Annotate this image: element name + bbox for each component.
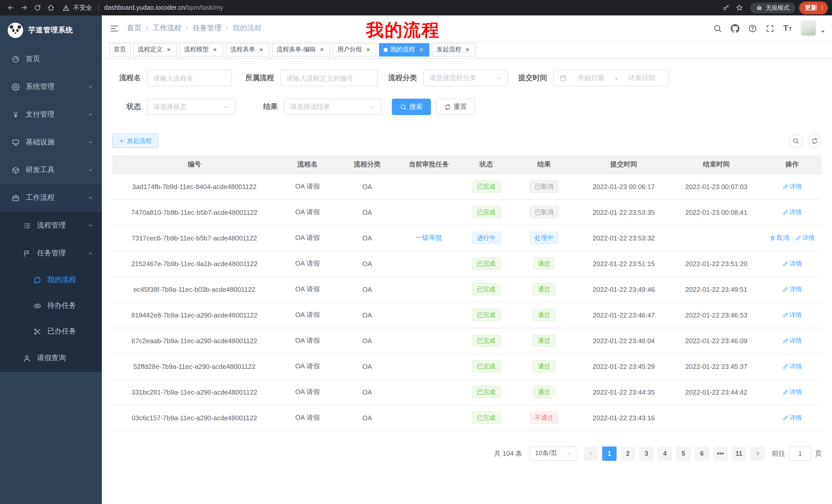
reset-button[interactable]: 重置	[436, 99, 475, 115]
breadcrumb-item[interactable]: 首页	[127, 24, 141, 33]
kebab-menu-icon[interactable]	[819, 5, 825, 11]
hamburger-icon[interactable]	[102, 24, 127, 33]
tab-process-form-edit[interactable]: 流程表单-编辑×	[272, 43, 330, 56]
detail-link[interactable]: 详情	[782, 311, 802, 319]
close-icon[interactable]: ×	[211, 46, 218, 53]
url-text: dashboard.yudao.iocoder.cn/bpm/task/my	[104, 4, 223, 11]
chevron-down-icon	[88, 167, 93, 173]
page-button-4[interactable]: 4	[658, 446, 672, 460]
process-name-input-field[interactable]	[153, 74, 226, 82]
close-icon[interactable]: ×	[464, 46, 471, 53]
star-icon[interactable]	[733, 1, 746, 15]
sidebar-item-leave-query[interactable]: 请假查询	[0, 344, 102, 372]
status-select[interactable]: 请选择状态	[147, 99, 235, 115]
page-button-6[interactable]: 6	[695, 446, 709, 460]
search-button[interactable]: 搜索	[392, 99, 431, 115]
process-name-input[interactable]	[147, 70, 232, 86]
detail-link[interactable]: 详情	[782, 285, 802, 293]
reload-icon[interactable]	[31, 1, 44, 15]
detail-link[interactable]: 详情	[782, 182, 802, 191]
scissors-icon	[33, 328, 42, 335]
search-icon[interactable]	[713, 24, 722, 33]
sidebar-item-workflow[interactable]: 工作流程	[0, 184, 102, 212]
category-select[interactable]: 请选择流程分类	[423, 70, 508, 86]
cell-current-task	[396, 354, 462, 379]
detail-link[interactable]: 详情	[782, 388, 802, 396]
sidebar-item-label: 已办任务	[47, 327, 76, 336]
back-icon[interactable]	[4, 1, 18, 15]
sidebar-item-dev-tools[interactable]: 研发工具	[0, 156, 102, 184]
cell-result: 处理中	[511, 225, 577, 251]
forward-icon[interactable]	[18, 1, 31, 15]
more-pages-button[interactable]: •••	[713, 446, 728, 460]
page-button-5[interactable]: 5	[676, 446, 691, 460]
page-button-2[interactable]: 2	[621, 446, 635, 460]
sidebar-item-todo-tasks[interactable]: 待办任务	[0, 293, 102, 318]
result-select[interactable]: 请选择流结果	[284, 99, 382, 115]
question-icon[interactable]	[748, 24, 757, 33]
start-process-button[interactable]: 发起流程	[112, 134, 158, 148]
logo[interactable]: 芋道管理系统	[0, 16, 102, 45]
page-button-11[interactable]: 11	[732, 446, 746, 460]
tab-my-process[interactable]: 我的流程×	[379, 43, 430, 56]
home-icon[interactable]	[44, 1, 58, 15]
result-tag: 通过	[533, 386, 555, 398]
tab-process-definition[interactable]: 流程定义×	[133, 43, 177, 56]
sidebar-item-infrastructure[interactable]: 基础设施	[0, 129, 102, 156]
detail-link[interactable]: 详情	[782, 336, 802, 345]
detail-link[interactable]: 详情	[782, 208, 802, 217]
close-icon[interactable]: ×	[165, 46, 172, 53]
sidebar-item-payment-mgmt[interactable]: 支付管理	[0, 101, 102, 129]
breadcrumb-item[interactable]: 任务管理	[193, 24, 222, 33]
tab-home[interactable]: 首页	[109, 43, 131, 56]
goto-page-input[interactable]	[789, 446, 811, 460]
sidebar-item-task-mgmt[interactable]: 任务管理	[0, 240, 102, 267]
sidebar-item-process-mgmt[interactable]: 流程管理	[0, 212, 102, 240]
next-page-button[interactable]	[750, 446, 765, 460]
cell-end-time: 2022-01-22 23:44:42	[670, 379, 762, 405]
close-icon[interactable]: ×	[418, 46, 425, 53]
cancel-link[interactable]: 取消	[770, 233, 789, 242]
sidebar-item-home[interactable]: 首页	[0, 45, 102, 73]
key-icon[interactable]	[719, 1, 733, 15]
sidebar-item-my-process[interactable]: 我的流程	[0, 267, 102, 293]
detail-link[interactable]: 详情	[782, 362, 802, 371]
update-button[interactable]: 更新	[799, 1, 828, 14]
page-button-1[interactable]: 1	[602, 446, 617, 460]
current-task-link[interactable]: 一级审批	[415, 234, 442, 242]
close-icon[interactable]: ×	[318, 46, 326, 53]
tab-start-process[interactable]: 发起流程×	[432, 43, 476, 56]
caret-down-icon[interactable]	[820, 29, 826, 34]
search-icon	[400, 104, 407, 110]
fullscreen-icon[interactable]	[766, 24, 774, 33]
close-icon[interactable]: ×	[365, 46, 372, 53]
detail-link[interactable]: 详情	[795, 233, 815, 242]
process-id-input[interactable]	[280, 70, 378, 86]
toggle-search-button[interactable]	[789, 134, 803, 148]
detail-link[interactable]: 详情	[782, 259, 802, 268]
filter-label: 提交时间	[518, 74, 553, 83]
page-size-select[interactable]: 10条/页	[529, 446, 576, 460]
sidebar-item-system-mgmt[interactable]: 系统管理	[0, 73, 102, 101]
breadcrumb-item[interactable]: 工作流程	[153, 24, 182, 33]
chevron-down-icon	[88, 84, 93, 89]
monitor-icon	[11, 138, 20, 146]
tab-process-form[interactable]: 流程表单×	[226, 43, 269, 56]
cell-submit-time: 2022-01-22 23:49:46	[577, 276, 670, 302]
tab-process-model[interactable]: 流程模型×	[179, 43, 223, 56]
font-size-icon[interactable]: TT	[783, 24, 792, 33]
sidebar-item-done-tasks[interactable]: 已办任务	[0, 318, 102, 344]
address-bar[interactable]: 不安全 dashboard.yudao.iocoder.cn/bpm/task/…	[63, 3, 714, 12]
close-icon[interactable]: ×	[258, 46, 265, 53]
prev-page-button[interactable]	[583, 446, 598, 460]
github-icon[interactable]	[731, 24, 739, 33]
status-tag: 已完成	[472, 386, 501, 398]
refresh-table-button[interactable]	[808, 134, 822, 148]
user-avatar[interactable]	[801, 21, 816, 36]
cell-result: 不通过	[511, 405, 577, 430]
detail-link[interactable]: 详情	[782, 413, 802, 422]
date-range-picker[interactable]: 开始日期 - 结束日期	[553, 70, 669, 86]
process-id-input-field[interactable]	[286, 74, 372, 82]
page-button-3[interactable]: 3	[639, 446, 654, 460]
tab-user-group[interactable]: 用户分组×	[333, 43, 376, 56]
